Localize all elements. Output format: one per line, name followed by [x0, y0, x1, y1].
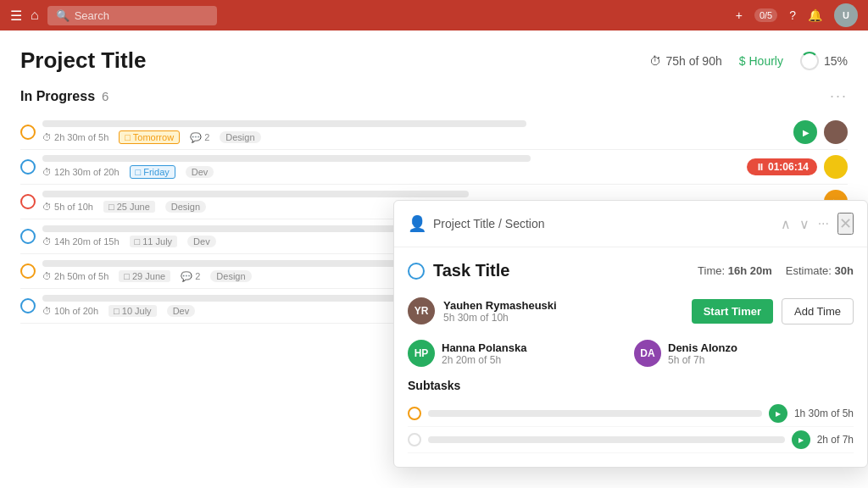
page-title: Project Title [20, 47, 146, 74]
task-tag: Design [210, 270, 251, 282]
task-status-circle[interactable] [20, 194, 36, 209]
task-bar-container [42, 120, 787, 127]
panel-more-button[interactable]: ··· [818, 216, 829, 231]
panel-person-icon: 👤 [408, 214, 426, 233]
subtask-bar [428, 436, 785, 443]
task-status-circle[interactable] [20, 298, 36, 313]
page-header: Project Title ⏱ 75h of 90h $ Hourly 15% [20, 47, 848, 74]
section-more-button[interactable]: ··· [830, 87, 848, 105]
task-tag: Dev [167, 305, 196, 317]
panel-up-button[interactable]: ∧ [781, 216, 791, 232]
subtask-time: 1h 30m of 5h [794, 408, 854, 419]
task-meta-row: ⏱ 2h 30m of 5h □ Tomorrow 💬 2 Design [42, 130, 787, 144]
user-avatar[interactable]: U [834, 3, 858, 27]
active-timer-badge[interactable]: 01:06:14 [747, 158, 817, 175]
subtasks-header: Subtasks [408, 379, 854, 392]
assignee-time-denis: 5h of 7h [668, 354, 854, 366]
task-avatar [824, 155, 848, 179]
billing-meta: $ Hourly [739, 54, 783, 68]
subtask-circle[interactable] [408, 407, 421, 420]
section-header: In Progress 6 ··· [20, 87, 848, 105]
panel-task-circle[interactable] [408, 263, 425, 280]
task-time: ⏱ 5h of 10h [42, 202, 93, 212]
progress-value: 15% [824, 54, 848, 68]
task-date: □ Tomorrow [119, 130, 180, 144]
task-avatar [824, 120, 848, 144]
play-button[interactable] [793, 120, 817, 144]
assignee-col-denis: DA Denis Alonzo 5h of 7h [634, 340, 854, 367]
task-time: ⏱ 12h 30m of 20h [42, 167, 120, 177]
topnav-left: ☰ ⌂ 🔍 [10, 6, 727, 25]
task-comments: 💬 2 [181, 271, 200, 282]
assignee-name-hanna: Hanna Polanska [442, 341, 627, 354]
hours-meta: ⏱ 75h of 90h [649, 54, 722, 68]
progress-circle-icon [800, 52, 819, 70]
assignee-time-hanna: 2h 20m of 5h [442, 354, 627, 366]
task-time: ⏱ 2h 50m of 5h [42, 271, 108, 281]
home-icon[interactable]: ⌂ [31, 8, 39, 23]
task-count-badge: 0/5 [754, 8, 777, 22]
task-date: □ 25 June [103, 201, 155, 213]
task-time: ⏱ 14h 20m of 15h [42, 236, 120, 247]
page-meta: ⏱ 75h of 90h $ Hourly 15% [649, 52, 848, 70]
subtask-play-button[interactable] [792, 430, 810, 449]
search-bar[interactable]: 🔍 [47, 6, 217, 25]
notification-icon[interactable]: 🔔 [808, 8, 822, 22]
subtask-circle[interactable] [408, 433, 421, 446]
task-date: □ 11 July [130, 236, 178, 247]
task-status-circle[interactable] [20, 263, 36, 279]
task-row: ⏱ 12h 30m of 20h □ Friday Dev 01:06:14 [20, 150, 848, 185]
add-time-button[interactable]: Add Time [782, 298, 854, 324]
subtask-row: 1h 30m of 5h [408, 401, 854, 427]
panel-body: Task Title Time: 16h 20m Estimate: 30h Y… [394, 247, 867, 467]
task-progress-bar [42, 155, 531, 162]
assignee-avatar-denis: DA [634, 340, 661, 367]
panel-task-title: Task Title [433, 261, 509, 280]
subtask-play-button[interactable] [769, 404, 787, 423]
assignees-grid: HP Hanna Polanska 2h 20m of 5h DA Denis … [408, 340, 854, 367]
task-bar-container [42, 191, 817, 197]
task-content: ⏱ 12h 30m of 20h □ Friday Dev [42, 155, 740, 179]
task-progress-bar [42, 120, 526, 127]
task-status-circle[interactable] [20, 159, 36, 175]
task-date: □ 10 July [108, 305, 157, 317]
task-bar-container [42, 155, 740, 162]
search-input[interactable] [75, 9, 193, 22]
panel-close-button[interactable]: ✕ [837, 213, 854, 235]
task-meta-row: ⏱ 12h 30m of 20h □ Friday Dev [42, 165, 740, 179]
task-content: ⏱ 2h 30m of 5h □ Tomorrow 💬 2 Design [42, 120, 787, 144]
assignee-row-primary: YR Yauhen Rymasheuski 5h 30m of 10h Star… [408, 291, 854, 331]
panel-task-meta: Time: 16h 20m Estimate: 30h [698, 264, 854, 277]
task-progress-bar [42, 260, 430, 267]
task-detail-panel: 👤 Project Title / Section ∧ ∨ ··· ✕ Task… [393, 200, 868, 468]
panel-controls: ∧ ∨ ··· ✕ [781, 213, 854, 235]
task-comments: 💬 2 [190, 132, 209, 143]
assignee-col-hanna: HP Hanna Polanska 2h 20m of 5h [408, 340, 627, 367]
hamburger-icon[interactable]: ☰ [10, 8, 22, 24]
help-icon[interactable]: ? [789, 8, 796, 22]
time-meta: Time: 16h 20m [698, 264, 772, 277]
assignee-avatar: YR [408, 297, 435, 324]
start-timer-button[interactable]: Start Timer [692, 299, 773, 324]
task-status-circle[interactable] [20, 125, 36, 140]
subtask-row: 2h of 7h [408, 427, 854, 453]
panel-project-path: Project Title / Section [433, 217, 774, 230]
topnav-right: + 0/5 ? 🔔 U [736, 3, 858, 27]
hours-value: 75h of 90h [666, 54, 722, 68]
progress-meta: 15% [800, 52, 848, 70]
task-status-circle[interactable] [20, 229, 36, 244]
section-title: In Progress [20, 89, 95, 104]
task-tag: Design [220, 131, 260, 143]
assignee-time: 5h 30m of 10h [443, 312, 683, 324]
assignee-name: Yauhen Rymasheuski [443, 299, 683, 312]
task-tag: Dev [186, 166, 214, 178]
topnav: ☰ ⌂ 🔍 + 0/5 ? 🔔 U [0, 0, 868, 30]
panel-down-button[interactable]: ∨ [799, 216, 810, 232]
assignee-avatar-hanna: HP [408, 340, 435, 367]
task-time: ⏱ 10h of 20h [42, 306, 98, 316]
task-progress-bar [42, 191, 469, 197]
assignee-info-hanna: Hanna Polanska 2h 20m of 5h [442, 341, 627, 366]
panel-header: 👤 Project Title / Section ∧ ∨ ··· ✕ [394, 201, 867, 247]
add-icon[interactable]: + [736, 8, 743, 22]
task-row: ⏱ 2h 30m of 5h □ Tomorrow 💬 2 Design [20, 115, 848, 150]
